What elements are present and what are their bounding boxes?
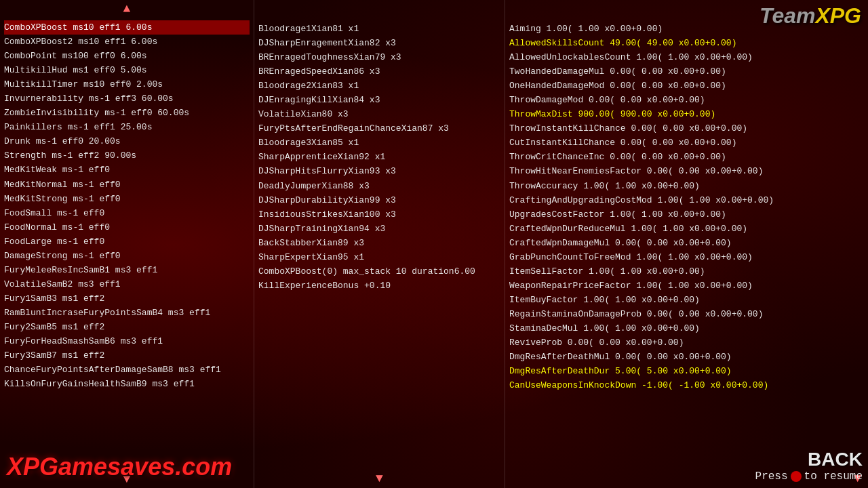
list-item[interactable]: Drunk ms-1 eff0 20.00s xyxy=(4,134,250,148)
list-item[interactable]: Fury1SamB3 ms1 eff2 xyxy=(4,291,250,306)
list-item[interactable]: Painkillers ms-1 eff1 25.00s xyxy=(4,120,250,134)
press-resume: Press to resume xyxy=(755,470,863,483)
list-item[interactable]: MultikillHud ms1 eff0 5.00s xyxy=(4,63,250,77)
footer-logo-area: XPGamesaves.com xyxy=(7,453,232,481)
list-item[interactable]: CutInstantKillChance 0.00( 0.00 x0.00+0.… xyxy=(509,136,864,150)
main-layout: ▲ ComboXPBoost ms10 eff1 6.00sComboXPBoo… xyxy=(0,0,868,488)
back-area: BACK Press to resume xyxy=(755,449,863,483)
watermark-xpg: XPG xyxy=(815,3,861,28)
list-item[interactable]: FuryPtsAfterEndRegainChanceXian87 x3 xyxy=(258,121,500,136)
list-item[interactable]: DamageStrong ms-1 eff0 xyxy=(4,249,250,263)
list-item[interactable]: VolatileXian80 x3 xyxy=(258,107,500,121)
list-item[interactable]: ThrowCritChanceInc 0.00( 0.00 x0.00+0.00… xyxy=(509,150,864,164)
list-item[interactable]: FuryMeleeResIncSamB1 ms3 eff1 xyxy=(4,263,250,277)
list-item[interactable]: OneHandedDamageMod 0.00( 0.00 x0.00+0.00… xyxy=(509,79,864,93)
list-item[interactable]: MedKitStrong ms-1 eff0 xyxy=(4,192,250,206)
list-item[interactable]: ComboPoint ms100 eff0 6.00s xyxy=(4,49,250,63)
list-item[interactable]: DJSharpHitsFlurryXian93 x3 xyxy=(258,164,500,178)
right-column: Aiming 1.00( 1.00 x0.00+0.00)AllowedSkil… xyxy=(505,0,868,488)
mid-col-content: Bloodrage1Xian81 x1DJSharpEnragementXian… xyxy=(254,19,505,469)
list-item[interactable]: CraftedWpnDurReduceMul 1.00( 1.00 x0.00+… xyxy=(509,222,864,236)
list-item[interactable]: ZombieInvisibility ms-1 eff0 60.00s xyxy=(4,106,250,120)
list-item[interactable]: Bloodrage3Xian85 x1 xyxy=(258,136,500,150)
right-col-content: Aiming 1.00( 1.00 x0.00+0.00)AllowedSkil… xyxy=(505,19,868,469)
list-item[interactable]: DmgResAfterDeathMul 0.00( 0.00 x0.00+0.0… xyxy=(509,350,864,364)
watermark-team: Team xyxy=(760,3,815,28)
list-item[interactable]: RegainStaminaOnDamageProb 0.00( 0.00 x0.… xyxy=(509,307,864,321)
list-item[interactable]: DmgResAfterDeathDur 5.00( 5.00 x0.00+0.0… xyxy=(509,364,864,378)
list-item[interactable]: CraftingAndUpgradingCostMod 1.00( 1.00 x… xyxy=(509,193,864,207)
list-item[interactable]: ItemBuyFactor 1.00( 1.00 x0.00+0.00) xyxy=(509,293,864,307)
list-item[interactable]: Invurnerability ms-1 eff3 60.00s xyxy=(4,92,250,106)
list-item[interactable]: SharpApprenticeXian92 x1 xyxy=(258,150,500,164)
list-item[interactable]: AllowedSkillsCount 49.00( 49.00 x0.00+0.… xyxy=(509,36,864,50)
list-item[interactable]: CanUseWeaponsInKnockDown -1.00( -1.00 x0… xyxy=(509,378,864,392)
list-item[interactable]: Fury2SamB5 ms1 eff2 xyxy=(4,320,250,334)
list-item[interactable]: MultikillTimer ms10 eff0 2.00s xyxy=(4,77,250,92)
footer-logo: XPGamesaves.com xyxy=(7,453,232,481)
list-item[interactable]: FoodNormal ms-1 eff0 xyxy=(4,220,250,235)
list-item[interactable]: ThrowMaxDist 900.00( 900.00 x0.00+0.00) xyxy=(509,107,864,121)
list-item[interactable]: GrabPunchCountToFreeMod 1.00( 1.00 x0.00… xyxy=(509,250,864,264)
list-item[interactable]: FoodLarge ms-1 eff0 xyxy=(4,235,250,249)
list-item[interactable]: KillsOnFuryGainsHealthSamB9 ms3 eff1 xyxy=(4,377,250,391)
list-item[interactable]: DJSharpTrainingXian94 x3 xyxy=(258,222,500,236)
left-column: ▲ ComboXPBoost ms10 eff1 6.00sComboXPBoo… xyxy=(0,0,254,488)
mid-scroll-down[interactable]: ▼ xyxy=(254,469,505,488)
list-item[interactable]: MedKitNormal ms-1 eff0 xyxy=(4,178,250,192)
list-item[interactable]: CraftedWpnDamageMul 0.00( 0.00 x0.00+0.0… xyxy=(509,236,864,250)
left-item-list: ComboXPBoost ms10 eff1 6.00sComboXPBoost… xyxy=(4,20,250,391)
list-item[interactable]: ThrowDamageMod 0.00( 0.00 x0.00+0.00) xyxy=(509,93,864,107)
press-label: Press xyxy=(755,470,788,483)
right-item-list: Aiming 1.00( 1.00 x0.00+0.00)AllowedSkil… xyxy=(509,22,864,392)
left-col-content: ComboXPBoost ms10 eff1 6.00sComboXPBoost… xyxy=(0,18,254,470)
list-item[interactable]: MedKitWeak ms-1 eff0 xyxy=(4,163,250,177)
list-item[interactable]: UpgradesCostFactor 1.00( 1.00 x0.00+0.00… xyxy=(509,207,864,222)
list-item[interactable]: ReviveProb 0.00( 0.00 x0.00+0.00) xyxy=(509,336,864,350)
list-item[interactable]: ComboXPBoost(0) max_stack 10 duration6.0… xyxy=(258,264,500,279)
list-item[interactable]: BREnragedSpeedXian86 x3 xyxy=(258,64,500,79)
list-item[interactable]: AllowedUnlockablesCount 1.00( 1.00 x0.00… xyxy=(509,50,864,64)
list-item[interactable]: DJEnragingKillXian84 x3 xyxy=(258,93,500,107)
list-item[interactable]: DeadlyJumperXian88 x3 xyxy=(258,179,500,193)
list-item[interactable]: BackStabberXian89 x3 xyxy=(258,236,500,250)
watermark: TeamXPG xyxy=(760,3,861,28)
list-item[interactable]: ItemSellFactor 1.00( 1.00 x0.00+0.00) xyxy=(509,264,864,279)
list-item[interactable]: ThrowHitNearEnemiesFactor 0.00( 0.00 x0.… xyxy=(509,164,864,178)
mid-item-list: Bloodrage1Xian81 x1DJSharpEnragementXian… xyxy=(258,22,500,293)
list-item[interactable]: BREnragedToughnessXian79 x3 xyxy=(258,50,500,64)
list-item[interactable]: ThrowInstantKillChance 0.00( 0.00 x0.00+… xyxy=(509,121,864,136)
list-item[interactable]: Bloodrage1Xian81 x1 xyxy=(258,22,500,36)
circle-icon xyxy=(791,471,802,482)
back-button[interactable]: BACK xyxy=(755,449,863,470)
mid-column: Bloodrage1Xian81 x1DJSharpEnragementXian… xyxy=(254,0,505,488)
list-item[interactable]: ChanceFuryPointsAfterDamageSamB8 ms3 eff… xyxy=(4,363,250,377)
list-item[interactable]: VolatileSamB2 ms3 eff1 xyxy=(4,277,250,291)
list-item[interactable]: FuryForHeadSmashSamB6 ms3 eff1 xyxy=(4,334,250,348)
list-item[interactable]: Bloodrage2Xian83 x1 xyxy=(258,79,500,93)
list-item[interactable]: WeaponRepairPriceFactor 1.00( 1.00 x0.00… xyxy=(509,279,864,293)
list-item[interactable]: RamBluntIncraseFuryPointsSamB4 ms3 eff1 xyxy=(4,306,250,320)
list-item[interactable]: DJSharpEnragementXian82 x3 xyxy=(258,36,500,50)
list-item[interactable]: ThrowAccuracy 1.00( 1.00 x0.00+0.00) xyxy=(509,179,864,193)
list-item[interactable]: Strength ms-1 eff2 90.00s xyxy=(4,148,250,163)
list-item[interactable]: SharpExpertXian95 x1 xyxy=(258,250,500,264)
list-item[interactable]: StaminaDecMul 1.00( 1.00 x0.00+0.00) xyxy=(509,321,864,336)
list-item[interactable]: Fury3SamB7 ms1 eff2 xyxy=(4,348,250,363)
resume-label: to resume xyxy=(804,470,863,483)
list-item[interactable]: ComboXPBoost2 ms10 eff1 6.00s xyxy=(4,35,250,49)
list-item[interactable]: KillExperienceBonus +0.10 xyxy=(258,279,500,293)
list-item[interactable]: TwoHandedDamageMul 0.00( 0.00 x0.00+0.00… xyxy=(509,64,864,79)
list-item[interactable]: FoodSmall ms-1 eff0 xyxy=(4,206,250,220)
list-item[interactable]: InsidiousStrikesXian100 x3 xyxy=(258,207,500,222)
left-scroll-up[interactable]: ▲ xyxy=(0,0,254,18)
list-item[interactable]: DJSharpDurabilityXian99 x3 xyxy=(258,193,500,207)
list-item[interactable]: ComboXPBoost ms10 eff1 6.00s xyxy=(4,20,250,35)
